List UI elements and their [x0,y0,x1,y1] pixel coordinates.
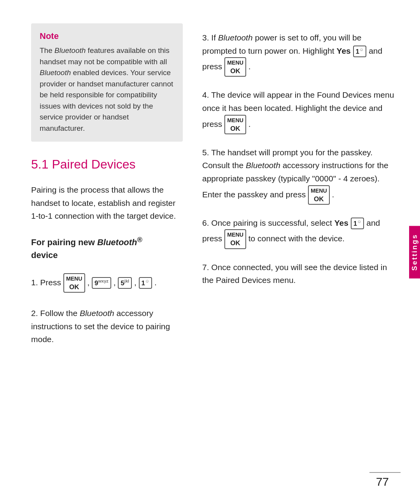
right-column: 3. If Bluetooth power is set to off, you… [202,23,397,481]
step-6: 6. Once pairing is successful, select Ye… [202,216,397,249]
step-2: 2. Follow the Bluetooth accessory instru… [31,307,183,346]
key-1-yes: 1☺ [353,46,367,57]
sub-heading-line2: device [31,250,58,260]
note-box: Note The Bluetooth features available on… [31,23,183,142]
key-1-step6: 1☺ [351,218,364,229]
key-menu-ok-6: MENUOK [224,229,246,249]
sub-heading: For pairing new Bluetooth® device [31,234,183,262]
step-7: 7. Once connected, you will see the devi… [202,261,397,287]
key-menu-ok-4: MENUOK [224,115,246,134]
side-tab-label: Settings [411,234,419,270]
sub-heading-line1: For pairing new Bluetooth® [31,237,142,247]
divider [369,472,401,473]
left-column: Note The Bluetooth features available on… [31,23,183,481]
key-menu-ok-3: MENUOK [224,57,246,77]
note-title: Note [40,31,174,41]
key-menu-ok: MENUOK [63,273,85,293]
main-content: Note The Bluetooth features available on… [0,0,420,504]
key-9wxyz: 9wxyz [92,277,111,289]
page-number: 77 [376,475,389,488]
step-5: 5. The handset will prompt you for the p… [202,146,397,205]
key-menu-ok-5: MENUOK [308,185,330,205]
note-text: The Bluetooth features available on this… [40,45,174,134]
page-container: Note The Bluetooth features available on… [0,0,420,504]
key-1abc: 1☺ [139,277,152,289]
step-1: 1. Press MENUOK , 9wxyz , 5jkl , 1☺ . [31,273,183,293]
side-tab: Settings [409,226,420,278]
step-3: 3. If Bluetooth power is set to off, you… [202,31,397,77]
step-4: 4. The device will appear in the Found D… [202,88,397,134]
section-heading: 5.1 Paired Devices [31,157,183,172]
key-5jkl: 5jkl [118,277,132,289]
intro-text: Pairing is the process that allows the h… [31,183,183,223]
